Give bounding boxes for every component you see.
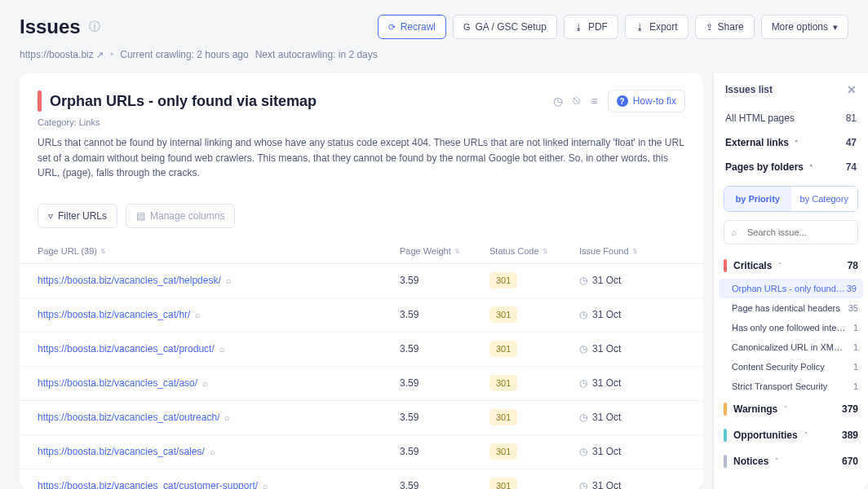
url-link[interactable]: https://boosta.biz/vacancies_cat/helpdes… xyxy=(38,275,221,286)
seg-category[interactable]: by Category xyxy=(791,187,858,211)
external-count: 47 xyxy=(846,137,857,148)
folders-count: 74 xyxy=(846,161,857,173)
found-date: 31 Oct xyxy=(592,343,621,355)
weight-cell: 3.59 xyxy=(400,446,489,457)
weight-cell: 3.59 xyxy=(400,480,489,489)
seg-priority[interactable]: by Priority xyxy=(724,187,791,211)
eye-off-icon[interactable]: ⦰ xyxy=(573,95,581,108)
gauge-icon: ◷ xyxy=(579,309,587,320)
pdf-label: PDF xyxy=(588,21,608,33)
weight-cell: 3.59 xyxy=(400,309,489,320)
issue-item[interactable]: Orphan URLs - only found via sit...39 xyxy=(719,279,863,298)
url-link[interactable]: https://boosta.biz/vacancies_cat/aso/ xyxy=(38,377,197,389)
severity-count: 78 xyxy=(848,260,858,271)
sidebar-title: Issues list xyxy=(725,84,773,95)
col-status[interactable]: Status Code⇅ xyxy=(489,246,579,256)
severity-warnings[interactable]: Warnings˄379 xyxy=(714,396,868,422)
chevron-up-icon: ˄ xyxy=(807,164,813,172)
gauge-icon: ◷ xyxy=(579,343,587,355)
issue-item[interactable]: Strict Transport Security1 xyxy=(714,377,868,396)
more-options-button[interactable]: More options▾ xyxy=(761,15,848,39)
external-label: External links xyxy=(725,137,789,148)
issue-category: Category: Links xyxy=(38,117,685,127)
severity-notices[interactable]: Notices˄670 xyxy=(714,448,868,474)
sidebar-external-links[interactable]: External links ˄ 47 xyxy=(714,130,868,155)
manage-columns-button[interactable]: ▤Manage columns xyxy=(126,204,235,228)
issue-item[interactable]: Content Security Policy1 xyxy=(714,357,868,377)
sidebar-all-pages[interactable]: All HTML pages 81 xyxy=(714,106,868,130)
table-row: https://boosta.biz/vacancies_cat/sales/⌕… xyxy=(20,435,703,469)
chevron-down-icon: ▾ xyxy=(833,22,838,33)
found-date: 31 Oct xyxy=(592,480,621,489)
ga-gsc-button[interactable]: GGA / GSC Setup xyxy=(453,15,557,39)
col-found[interactable]: Issue Found⇅ xyxy=(579,246,685,256)
issues-sidebar: Issues list ✕ All HTML pages 81 External… xyxy=(713,73,868,489)
share-button[interactable]: ⇪Share xyxy=(695,15,755,39)
magnify-icon[interactable]: ⌕ xyxy=(219,344,225,354)
severity-opportunities[interactable]: Opportunities˄389 xyxy=(714,422,868,448)
issue-description: URLs that cannot be found by internal li… xyxy=(38,135,685,181)
pdf-button[interactable]: ⭳PDF xyxy=(564,15,618,39)
table-row: https://boosta.biz/vacancies_cat/custome… xyxy=(20,469,703,489)
issue-item-count: 35 xyxy=(848,303,858,313)
content-card: Orphan URLs - only found via sitemap ◷ ⦰… xyxy=(20,73,703,489)
chevron-down-icon: ˅ xyxy=(778,262,782,270)
weight-cell: 3.59 xyxy=(400,275,489,286)
issue-item[interactable]: Page has identical headers35 xyxy=(714,298,868,318)
status-code-badge: 301 xyxy=(489,306,517,323)
chevron-up-icon: ˄ xyxy=(775,457,779,465)
close-icon[interactable]: ✕ xyxy=(847,83,857,96)
url-link[interactable]: https://boosta.biz/vacancies_cat/sales/ xyxy=(38,446,205,457)
col-url[interactable]: Page URL (39)⇅ xyxy=(38,246,400,256)
gauge-icon[interactable]: ◷ xyxy=(553,95,563,108)
search-icon: ⌕ xyxy=(731,227,737,238)
folders-label: Pages by folders xyxy=(725,161,804,173)
pdf-icon: ⭳ xyxy=(574,22,583,32)
table-row: https://boosta.biz/vacancies_cat/product… xyxy=(20,333,703,367)
recrawl-label: Recrawl xyxy=(401,21,436,33)
magnify-icon[interactable]: ⌕ xyxy=(202,378,208,388)
issue-item[interactable]: Canonicalized URL in XML sitema...1 xyxy=(714,337,868,357)
filter-urls-button[interactable]: ▿Filter URLs xyxy=(38,204,117,228)
severity-criticals[interactable]: Criticals˅78 xyxy=(714,253,868,279)
col-weight[interactable]: Page Weight⇅ xyxy=(400,246,489,256)
table-header: Page URL (39)⇅ Page Weight⇅ Status Code⇅… xyxy=(20,240,703,264)
status-code-badge: 301 xyxy=(489,478,517,489)
weight-cell: 3.59 xyxy=(400,377,489,389)
magnify-icon[interactable]: ⌕ xyxy=(210,447,215,456)
issue-item-label: Has only one followed internal lin... xyxy=(732,323,846,333)
severity-count: 670 xyxy=(842,456,858,467)
share-label: Share xyxy=(718,21,744,33)
sidebar-pages-folders[interactable]: Pages by folders ˄ 74 xyxy=(714,155,868,179)
status-code-badge: 301 xyxy=(489,341,517,357)
magnify-icon[interactable]: ⌕ xyxy=(195,310,201,319)
issue-item-count: 1 xyxy=(853,323,858,333)
gauge-icon: ◷ xyxy=(579,412,587,423)
export-button[interactable]: ⭳Export xyxy=(625,15,689,39)
issue-item[interactable]: Has only one followed internal lin...1 xyxy=(714,318,868,337)
lines-icon[interactable]: ≡ xyxy=(591,95,597,108)
search-input[interactable] xyxy=(724,220,858,244)
status-code-badge: 301 xyxy=(489,443,517,460)
url-link[interactable]: https://boosta.biz/vacancies_cat/custome… xyxy=(38,480,258,489)
magnify-icon[interactable]: ⌕ xyxy=(224,412,230,422)
issue-item-count: 1 xyxy=(853,342,858,352)
domain-link[interactable]: https://boosta.biz ↗ xyxy=(20,49,104,60)
recrawl-button[interactable]: ⟳Recrawl xyxy=(378,15,446,39)
how-to-fix-button[interactable]: ?How-to fix xyxy=(608,90,685,112)
table-row: https://boosta.biz/vacancies_cat/helpdes… xyxy=(20,264,703,298)
found-date: 31 Oct xyxy=(592,275,621,286)
url-link[interactable]: https://boosta.biz/vacancies_cat/hr/ xyxy=(38,309,190,320)
all-pages-label: All HTML pages xyxy=(725,112,795,124)
magnify-icon[interactable]: ⌕ xyxy=(263,481,268,489)
url-link[interactable]: https://boosta.biz/vacancies_cat/outreac… xyxy=(38,412,219,423)
magnify-icon[interactable]: ⌕ xyxy=(226,275,232,285)
weight-cell: 3.59 xyxy=(400,412,489,423)
crawl-status: Current crawling: 2 hours ago xyxy=(120,49,248,60)
filter-label: Filter URLs xyxy=(58,210,107,222)
url-link[interactable]: https://boosta.biz/vacancies_cat/product… xyxy=(38,343,215,355)
issue-item-label: Strict Transport Security xyxy=(732,381,827,391)
info-icon[interactable]: ⓘ xyxy=(89,20,100,34)
status-code-badge: 301 xyxy=(489,375,517,391)
severity-count: 389 xyxy=(842,430,858,441)
